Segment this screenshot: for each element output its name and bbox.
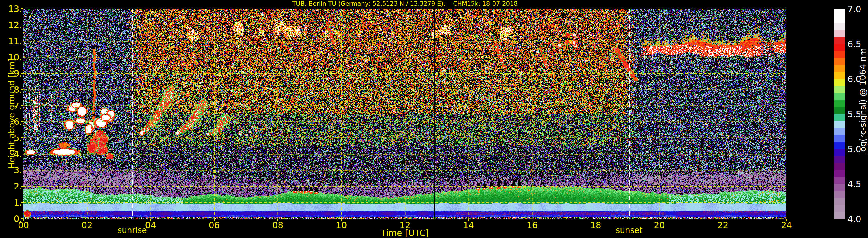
sunrise-label: sunrise [118,226,147,235]
x-tick-label: 04 [145,220,156,230]
x-tick-label: 18 [590,220,601,230]
x-tick-label: 16 [527,220,538,230]
colorbar-tick-label: 4.0 [847,214,861,224]
y-tick-mark [22,73,24,74]
x-tick-mark [468,219,469,221]
y-tick-label: 0. [13,214,22,224]
colorbar-tick-mark [845,78,847,79]
y-tick-mark [22,121,24,122]
y-tick-mark [22,41,24,41]
colorbar-tick-label: 7.0 [847,4,861,14]
colorbar-tick-label: 5.5 [847,109,861,119]
x-tick-label: 08 [272,220,283,230]
y-tick-mark [22,202,24,203]
page-title: TUB: Berlin TU (Germany; 52.5123 N / 13.… [24,0,786,7]
sunset-label: sunset [616,226,643,235]
y-tick-mark [22,8,24,9]
y-tick-label: 6. [13,117,22,127]
x-tick-mark [23,219,24,221]
y-tick-mark [22,89,24,90]
y-tick-label: 9. [13,68,22,78]
colorbar-tick-label: 6.5 [847,39,861,49]
x-tick-label: 24 [781,220,792,230]
y-tick-mark [22,137,24,138]
x-tick-mark [150,219,151,221]
x-tick-label: 20 [654,220,665,230]
x-tick-mark [659,219,659,221]
x-tick-mark [595,219,596,221]
x-tick-label: 12 [399,220,410,230]
x-tick-mark [786,219,787,221]
y-tick-label: 1. [13,198,22,208]
y-tick-label: 2. [13,181,22,192]
y-tick-label: 3. [13,165,22,175]
y-tick-label: 7. [13,101,22,111]
y-tick-label: 4. [13,149,22,159]
y-tick-mark [22,186,24,186]
heatmap-canvas [24,9,786,219]
colorbar-tick-label: 6.0 [847,74,861,84]
colorbar-tick-mark [845,219,847,219]
x-tick-label: 14 [463,220,474,230]
colorbar-tick-mark [845,44,847,44]
y-tick-label: 8. [13,84,22,95]
x-tick-mark [341,219,342,221]
y-tick-mark [22,170,24,170]
colorbar-tick-mark [845,149,847,149]
x-tick-label: 10 [336,220,347,230]
x-tick-mark [214,219,215,221]
x-tick-mark [405,219,405,221]
x-tick-label: 06 [209,220,220,230]
y-tick-mark [22,25,24,25]
colorbar [834,9,845,219]
x-tick-mark [532,219,532,221]
colorbar-tick-label: 5.0 [847,144,861,154]
y-tick-label: 11. [8,36,22,46]
x-tick-label: 02 [82,220,93,230]
y-tick-mark [22,57,24,58]
colorbar-tick-mark [845,9,847,9]
y-tick-mark [22,154,24,154]
y-tick-label: 13. [8,4,22,14]
colorbar-tick-mark [845,184,847,184]
y-tick-label: 10. [8,52,22,62]
colorbar-tick-label: 4.5 [847,179,861,189]
x-tick-mark [722,219,723,221]
ceilometer-quicklook: TUB: Berlin TU (Germany; 52.5123 N / 13.… [0,0,868,238]
y-tick-label: 12. [8,20,22,30]
y-tick-mark [22,105,24,106]
colorbar-tick-mark [845,114,847,114]
x-tick-label: 22 [717,220,728,230]
x-tick-mark [87,219,87,221]
y-tick-mark [22,218,24,219]
y-tick-label: 5. [13,133,22,143]
colorbar-title: log(rc-signal) @ 1064 nm [858,48,868,154]
x-tick-mark [277,219,278,221]
